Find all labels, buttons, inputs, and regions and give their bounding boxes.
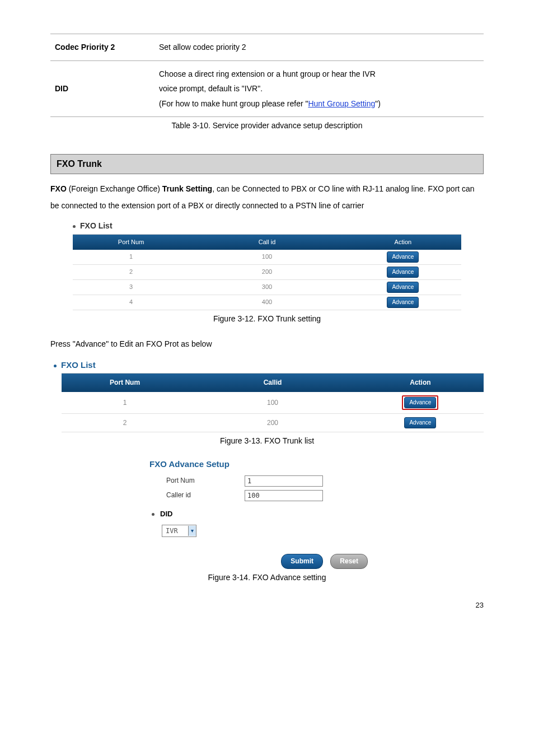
adv-did-select[interactable]: IVR ▾ [162, 525, 196, 538]
cell-port: 2 [62, 414, 188, 432]
advance-button[interactable]: Advance [404, 417, 436, 428]
cell-port: 1 [73, 250, 189, 265]
hunt-group-link[interactable]: Hunt Group Setting [308, 99, 375, 108]
cell-action: Advance [345, 250, 461, 265]
bullet-icon [54, 365, 57, 367]
page-number: 23 [50, 600, 484, 610]
cell-action: Advance [345, 265, 461, 280]
reset-button[interactable]: Reset [330, 554, 368, 569]
fxo-list1-table: Port Num Call id Action 1100Advance2200A… [73, 234, 461, 310]
fxo-list1-label: FXO List [73, 221, 461, 232]
cell-action: Advance [357, 414, 484, 432]
adv-row-caller: Caller id [149, 490, 385, 501]
advance-button[interactable]: Advance [387, 267, 419, 278]
advance-button[interactable]: Advance [387, 251, 419, 263]
p1-s1: (Foreign Exchange Office) [67, 184, 162, 193]
cell-action: Advance [357, 392, 484, 414]
row-did: DID Choose a direct ring extension or a … [50, 60, 484, 117]
did-line3-suffix: ") [375, 99, 381, 108]
advance-button[interactable]: Advance [387, 297, 419, 308]
adv-row-port: Port Num [149, 475, 385, 487]
fxo-list2-table: Port Num Callid Action 1100Advance2200Ad… [62, 373, 484, 432]
fxo-list1-wrap: FXO List Port Num Call id Action 1100Adv… [73, 221, 461, 310]
th-action: Action [357, 374, 484, 392]
submit-button[interactable]: Submit [281, 554, 323, 569]
cell-action: Advance [345, 280, 461, 295]
adv-port-label: Port Num [149, 476, 245, 486]
table-row: 4400Advance [73, 295, 461, 310]
table-row: 2200Advance [62, 414, 484, 432]
cell-callid: 300 [189, 280, 345, 295]
fxo-trunk-paragraph: FXO (Foreign Exchange Office) Trunk Sett… [50, 181, 484, 214]
chevron-down-icon: ▾ [188, 526, 196, 536]
cell-action: Advance [345, 295, 461, 310]
table-row: 1100Advance [62, 392, 484, 414]
row-codec-priority: Codec Priority 2 Set allow codec priorit… [50, 34, 484, 61]
table-row: 1100Advance [73, 250, 461, 265]
select-value: IVR [162, 525, 188, 537]
adv-port-input[interactable] [245, 475, 323, 487]
th-callid: Callid [188, 374, 357, 392]
adv-did-label: DID [152, 509, 385, 519]
fxo-list2-label: FXO List [54, 359, 484, 371]
adv-button-row: Submit Reset [149, 554, 385, 569]
cell-callid: 100 [188, 392, 357, 414]
table-3-10-caption: Table 3-10. Service provider advance set… [50, 120, 484, 132]
did-line2: voice prompt, default is "IVR". [159, 84, 263, 93]
header-row: Port Num Callid Action [62, 374, 484, 392]
cell-callid: 100 [189, 250, 345, 265]
value-did: Choose a direct ring extension or a hunt… [154, 60, 484, 117]
adv-did-text: DID [160, 510, 172, 518]
highlight-box: Advance [402, 395, 438, 410]
adv-caller-label: Caller id [149, 491, 245, 500]
th-action: Action [345, 235, 461, 250]
table-row: 3300Advance [73, 280, 461, 295]
figure-3-12-caption: Figure 3-12. FXO Trunk setting [50, 314, 484, 325]
press-advance-text: Press "Advance" to Edit an FXO Prot as b… [50, 336, 484, 352]
cell-callid: 400 [189, 295, 345, 310]
figure-3-14-caption: Figure 3-14. FXO Advance setting [50, 572, 484, 584]
value-codec-priority: Set allow codec priority 2 [154, 34, 484, 61]
did-line3-prefix: (For how to make hunt group please refer… [159, 99, 308, 108]
fxo-list2-wrap: FXO List Port Num Callid Action 1100Adva… [50, 359, 484, 432]
cell-port: 1 [62, 392, 188, 414]
fxo-list2-label-text: FXO List [61, 360, 96, 370]
p1-b2: Trunk Setting [162, 184, 212, 193]
did-line1: Choose a direct ring extension or a hunt… [159, 69, 376, 78]
adv-caller-input[interactable] [245, 490, 323, 501]
cell-port: 4 [73, 295, 189, 310]
fxo-advance-setup: FXO Advance Setup Port Num Caller id DID… [149, 458, 385, 570]
th-port: Port Num [62, 374, 188, 392]
fxo-trunk-heading: FXO Trunk [50, 154, 484, 174]
fxo-list1-label-text: FXO List [80, 221, 113, 230]
p1-b1: FXO [50, 184, 67, 193]
advance-button[interactable]: Advance [404, 397, 436, 408]
adv-setup-title: FXO Advance Setup [149, 458, 385, 470]
header-row: Port Num Call id Action [73, 235, 461, 250]
advance-button[interactable]: Advance [387, 282, 419, 293]
codec-did-table: Codec Priority 2 Set allow codec priorit… [50, 34, 484, 117]
bullet-icon [152, 513, 154, 516]
label-codec-priority: Codec Priority 2 [50, 34, 154, 61]
bullet-icon [73, 225, 76, 228]
cell-callid: 200 [188, 414, 357, 432]
cell-port: 2 [73, 265, 189, 280]
label-did: DID [50, 60, 154, 117]
th-callid: Call id [189, 235, 345, 250]
th-port: Port Num [73, 235, 189, 250]
cell-callid: 200 [189, 265, 345, 280]
figure-3-13-caption: Figure 3-13. FXO Trunk list [50, 436, 484, 447]
cell-port: 3 [73, 280, 189, 295]
table-row: 2200Advance [73, 265, 461, 280]
